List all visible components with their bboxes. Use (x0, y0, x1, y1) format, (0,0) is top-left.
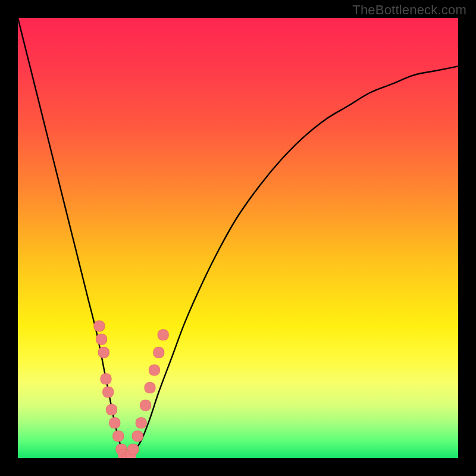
marker-bead (149, 365, 159, 375)
marker-bead (113, 431, 124, 441)
marker-bead (94, 321, 105, 331)
markers-group (94, 321, 168, 458)
marker-bead (103, 387, 114, 397)
marker-bead (107, 405, 117, 415)
marker-bead (96, 334, 107, 345)
plot-area (18, 18, 458, 458)
marker-bead (154, 347, 164, 358)
watermark-text: TheBottleneck.com (352, 2, 466, 18)
marker-bead (132, 431, 143, 441)
marker-bead (140, 400, 151, 411)
marker-bead (101, 374, 111, 384)
marker-bead (136, 418, 146, 428)
marker-bead (128, 444, 139, 455)
bottleneck-curve (18, 18, 458, 458)
chart-frame: TheBottleneck.com (0, 0, 476, 476)
chart-svg (18, 18, 458, 458)
marker-bead (145, 383, 155, 393)
marker-bead (109, 418, 120, 428)
marker-bead (158, 330, 168, 340)
marker-bead (98, 347, 109, 358)
